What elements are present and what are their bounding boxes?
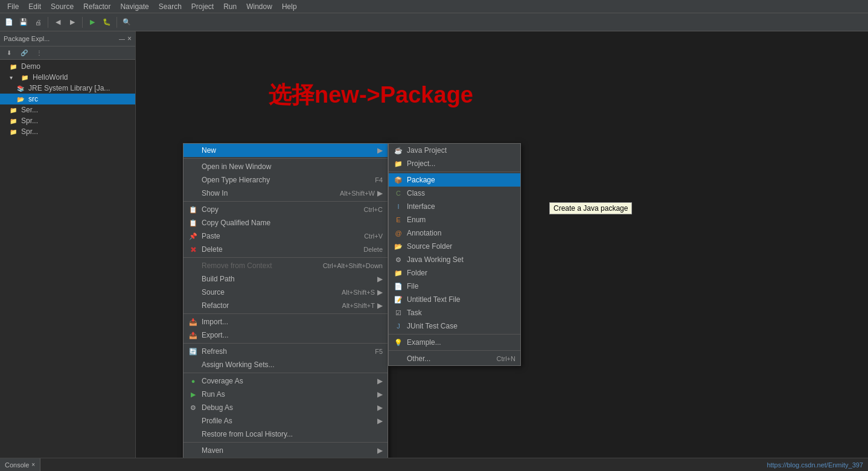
menu-project[interactable]: Project — [187, 0, 219, 13]
console-tab[interactable]: Console × — [0, 458, 40, 472]
menu-help[interactable]: Help — [277, 0, 302, 13]
toolbar-print[interactable]: 🖨 — [31, 16, 45, 29]
menu-paste[interactable]: 📌 Paste Ctrl+V — [183, 229, 388, 243]
interface-label: Interface — [407, 202, 515, 211]
sidebar: Package Expl... — × ⬇ 🔗 ⋮ 📁 Demo ▾ 📁 Hel… — [0, 31, 136, 458]
tree-ser[interactable]: 📁 Ser... — [0, 104, 135, 115]
menu-delete[interactable]: ✖ Delete Delete — [183, 243, 388, 256]
menu-assign-working-sets[interactable]: Assign Working Sets... — [183, 358, 388, 371]
debug-as-label: Debug As — [202, 403, 375, 412]
untitled-text-file-label: Untitled Text File — [407, 295, 515, 304]
toolbar-run[interactable]: ▶ — [86, 16, 99, 29]
submenu-other[interactable]: Other... Ctrl+N — [389, 352, 520, 365]
tree-helloworld[interactable]: ▾ 📁 HelloWorld — [0, 72, 135, 83]
junit-icon: J — [394, 321, 403, 331]
overlay-text: 选择new->Package — [269, 80, 473, 111]
copy-label: Copy — [202, 205, 352, 214]
working-set-icon: ⚙ — [394, 255, 403, 264]
menu-open-new-window[interactable]: Open in New Window — [183, 160, 388, 173]
interface-icon: I — [394, 202, 403, 211]
tree-jre[interactable]: 📚 JRE System Library [Ja... — [0, 83, 135, 94]
menu-run-as[interactable]: ▶ Run As ▶ — [183, 388, 388, 401]
submenu-source-folder[interactable]: 📂 Source Folder — [389, 240, 520, 253]
paste-icon: 📌 — [188, 231, 198, 241]
submenu-interface[interactable]: I Interface — [389, 200, 520, 213]
main-area: Package Expl... — × ⬇ 🔗 ⋮ 📁 Demo ▾ 📁 Hel… — [0, 31, 868, 458]
toolbar-save[interactable]: 💾 — [17, 16, 30, 29]
folder-icon: 📁 — [394, 268, 403, 278]
menu-run[interactable]: Run — [219, 0, 241, 13]
submenu-annotation[interactable]: @ Annotation — [389, 226, 520, 240]
paste-label: Paste — [202, 232, 352, 240]
menu-show-in[interactable]: Show In Alt+Shift+W ▶ — [183, 187, 388, 200]
tree-spr2[interactable]: 📁 Spr... — [0, 126, 135, 137]
menu-file[interactable]: File — [2, 0, 24, 13]
panel-minimize[interactable]: — — [119, 36, 125, 42]
class-icon: C — [394, 188, 403, 198]
sep7 — [183, 442, 388, 443]
submenu-class[interactable]: C Class — [389, 187, 520, 200]
panel-close[interactable]: × — [127, 34, 132, 43]
example-label: Example... — [407, 338, 515, 347]
toolbar-back[interactable]: ◀ — [51, 16, 65, 29]
menu-edit[interactable]: Edit — [24, 0, 46, 13]
submenu-example[interactable]: 💡 Example... — [389, 336, 520, 349]
menu-maven[interactable]: Maven ▶ — [183, 444, 388, 457]
menu-source[interactable]: Source — [46, 0, 78, 13]
tree-helloworld-label: HelloWorld — [33, 73, 68, 82]
tree-demo[interactable]: 📁 Demo — [0, 61, 135, 72]
toolbar-new[interactable]: 📄 — [2, 16, 16, 29]
menu-profile-as[interactable]: Profile As ▶ — [183, 414, 388, 428]
src-icon: 📂 — [17, 96, 27, 103]
menu-debug-as[interactable]: ⚙ Debug As ▶ — [183, 401, 388, 414]
submenu-java-project[interactable]: ☕ Java Project — [389, 144, 520, 157]
enum-label: Enum — [407, 216, 515, 224]
menu-refresh[interactable]: 🔄 Refresh F5 — [183, 345, 388, 358]
submenu-file[interactable]: 📄 File — [389, 280, 520, 293]
menu-copy-qualified[interactable]: 📋 Copy Qualified Name — [183, 216, 388, 229]
submenu-junit-test-case[interactable]: J JUnit Test Case — [389, 319, 520, 333]
toolbar-search[interactable]: 🔍 — [120, 16, 133, 29]
menu-refactor[interactable]: Refactor Alt+Shift+T ▶ — [183, 299, 388, 312]
collapse-all[interactable]: ⬇ — [2, 46, 16, 60]
new-icon — [188, 146, 198, 155]
panel-menu[interactable]: ⋮ — [33, 46, 46, 60]
menu-new[interactable]: New ▶ — [183, 144, 388, 157]
menu-open-type-hierarchy[interactable]: Open Type Hierarchy F4 — [183, 173, 388, 187]
submenu-java-working-set[interactable]: ⚙ Java Working Set — [389, 253, 520, 266]
menu-search[interactable]: Search — [154, 0, 187, 13]
menu-build-path[interactable]: Build Path ▶ — [183, 272, 388, 286]
submenu-package[interactable]: 📦 Package — [389, 173, 520, 187]
toolbar-debug[interactable]: 🐛 — [100, 16, 113, 29]
submenu-project[interactable]: 📁 Project... — [389, 157, 520, 170]
submenu-folder[interactable]: 📁 Folder — [389, 266, 520, 280]
menu-refactor[interactable]: Refactor — [78, 0, 115, 13]
menu-navigate[interactable]: Navigate — [115, 0, 153, 13]
menu-copy[interactable]: 📋 Copy Ctrl+C — [183, 203, 388, 216]
annotation-icon: @ — [394, 228, 403, 238]
menu-export[interactable]: 📤 Export... — [183, 328, 388, 342]
toolbar-forward[interactable]: ▶ — [66, 16, 79, 29]
remove-context-icon — [188, 261, 198, 271]
console-close-icon[interactable]: × — [31, 461, 35, 468]
profile-as-icon — [188, 416, 198, 426]
submenu-untitled-text-file[interactable]: 📝 Untitled Text File — [389, 293, 520, 306]
menu-window[interactable]: Window — [241, 0, 277, 13]
menu-restore-history[interactable]: Restore from Local History... — [183, 428, 388, 441]
tree-src[interactable]: 📂 src — [0, 94, 135, 104]
tree-spr1[interactable]: 📁 Spr... — [0, 115, 135, 126]
build-path-label: Build Path — [202, 275, 375, 283]
menu-import[interactable]: 📥 Import... — [183, 315, 388, 328]
submenu-task[interactable]: ☑ Task — [389, 306, 520, 319]
file-label: File — [407, 282, 515, 290]
menu-coverage-as[interactable]: ● Coverage As ▶ — [183, 374, 388, 388]
link-with-editor[interactable]: 🔗 — [18, 46, 31, 60]
build-path-arrow-icon: ▶ — [377, 275, 383, 283]
menu-team[interactable]: Team ▶ — [183, 457, 388, 458]
submenu-enum[interactable]: E Enum — [389, 213, 520, 226]
open-new-window-label: Open in New Window — [202, 162, 383, 171]
source-shortcut: Alt+Shift+S — [342, 289, 375, 296]
console-tab-label: Console — [5, 461, 29, 469]
example-icon: 💡 — [394, 338, 403, 347]
menu-source[interactable]: Source Alt+Shift+S ▶ — [183, 286, 388, 299]
